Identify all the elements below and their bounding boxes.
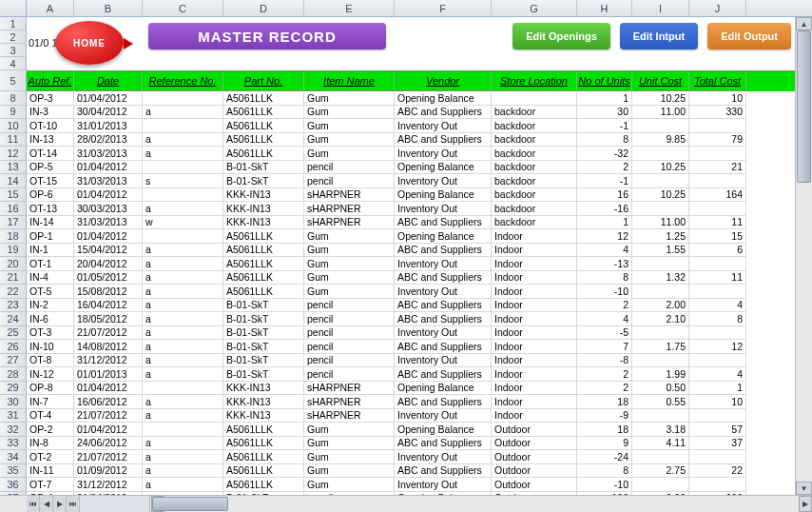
cell[interactable]: backdoor xyxy=(492,147,577,161)
cell[interactable]: 1 xyxy=(689,382,746,396)
cell[interactable]: Inventory Out xyxy=(395,147,492,161)
cell[interactable]: A5061LLK xyxy=(223,133,304,148)
cell[interactable]: sHARPNER xyxy=(304,202,395,216)
cell[interactable]: 01/05/2012 xyxy=(74,271,143,286)
cell[interactable]: backdoor xyxy=(492,161,577,175)
cell[interactable]: OP-3 xyxy=(27,91,74,106)
cell[interactable]: 1.32 xyxy=(632,271,689,286)
table-row[interactable]: OT-221/07/2012aA5061LLKGumInventory OutO… xyxy=(27,450,795,464)
column-header[interactable]: I xyxy=(632,0,689,16)
row-header[interactable]: 27 xyxy=(0,354,27,368)
cell[interactable]: Opening Balance xyxy=(395,382,492,396)
row-header[interactable]: 30 xyxy=(0,395,27,409)
table-row[interactable]: IN-716/06/2012aKKK-IN13sHARPNERABC and S… xyxy=(27,395,795,409)
row-header[interactable]: 5 xyxy=(0,70,27,91)
cell[interactable]: Indoor xyxy=(492,395,577,409)
cell[interactable]: backdoor xyxy=(492,202,577,216)
cell[interactable]: 12 xyxy=(577,229,632,244)
cell[interactable]: 4 xyxy=(689,299,746,313)
cell[interactable]: 31/03/2013 xyxy=(74,174,143,188)
cell[interactable]: ABC and Suppliers xyxy=(395,312,492,326)
cell[interactable]: IN-13 xyxy=(27,133,74,148)
row-header[interactable]: 15 xyxy=(0,188,27,203)
cell[interactable]: Indoor xyxy=(492,409,577,423)
cell[interactable]: OT-7 xyxy=(27,478,74,492)
cell[interactable]: 4 xyxy=(689,367,746,382)
cell[interactable]: 30/04/2012 xyxy=(74,106,143,120)
cell[interactable]: 01/04/2012 xyxy=(74,161,143,175)
cell[interactable]: A5061LLK xyxy=(223,423,304,437)
cell[interactable]: 01/01/2013 xyxy=(74,367,143,382)
cell[interactable]: B-01-SkT xyxy=(223,354,304,368)
cell[interactable]: 164 xyxy=(689,188,746,203)
cell[interactable]: a xyxy=(143,202,223,216)
cell[interactable]: 6 xyxy=(689,244,746,258)
cell[interactable]: sHARPNER xyxy=(304,395,395,409)
cell[interactable]: Indoor xyxy=(492,271,577,286)
tab-next-icon[interactable]: ▶ xyxy=(53,496,67,512)
cell[interactable]: a xyxy=(143,450,223,464)
cell[interactable]: 2.10 xyxy=(632,312,689,326)
cell[interactable]: Inventory Out xyxy=(395,257,492,271)
cell[interactable]: Indoor xyxy=(492,340,577,354)
cell[interactable] xyxy=(689,326,746,341)
cell[interactable]: Gum xyxy=(304,464,395,479)
cell[interactable]: Opening Balance xyxy=(395,229,492,244)
cell[interactable]: Indoor xyxy=(492,326,577,341)
cell[interactable]: B-01-SkT xyxy=(223,299,304,313)
column-label[interactable]: Reference No. xyxy=(143,71,223,91)
vertical-scroll-thumb[interactable] xyxy=(797,30,811,183)
cell[interactable]: 11 xyxy=(689,271,746,286)
row-header[interactable]: 36 xyxy=(0,478,27,492)
cell[interactable]: 15 xyxy=(689,229,746,244)
cell[interactable]: Indoor xyxy=(492,382,577,396)
cell[interactable]: IN-2 xyxy=(27,299,74,313)
table-row[interactable]: OP-801/04/2012KKK-IN13sHARPNEROpening Ba… xyxy=(27,382,795,396)
cell[interactable]: IN-10 xyxy=(27,340,74,354)
cell[interactable]: 10.25 xyxy=(632,161,689,175)
cell[interactable]: -10 xyxy=(577,285,632,299)
cell[interactable] xyxy=(143,229,223,244)
cell[interactable]: a xyxy=(143,354,223,368)
cell[interactable]: Gum xyxy=(304,423,395,437)
cell[interactable]: Indoor xyxy=(492,299,577,313)
column-label[interactable]: Store Location xyxy=(492,71,577,91)
cell[interactable]: Inventory Out xyxy=(395,202,492,216)
cell[interactable]: 31/03/2013 xyxy=(74,147,143,161)
cell[interactable]: OT-2 xyxy=(27,450,74,464)
cell[interactable]: 2.00 xyxy=(632,299,689,313)
cell[interactable]: Gum xyxy=(304,229,395,244)
cell[interactable]: s xyxy=(143,174,223,188)
cell[interactable]: A5061LLK xyxy=(223,119,304,133)
cell[interactable]: Inventory Out xyxy=(395,478,492,492)
column-header[interactable]: E xyxy=(304,0,395,16)
cell[interactable]: 31/12/2012 xyxy=(74,354,143,368)
home-button[interactable]: HOME xyxy=(55,21,124,65)
cell[interactable]: -32 xyxy=(577,147,632,161)
cell[interactable]: pencil xyxy=(304,312,395,326)
cell[interactable]: 31/01/2013 xyxy=(74,119,143,133)
cell[interactable]: 18/05/2012 xyxy=(74,312,143,326)
cell[interactable]: Opening Balance xyxy=(395,423,492,437)
cell[interactable] xyxy=(632,119,689,133)
cell[interactable] xyxy=(632,285,689,299)
cell[interactable] xyxy=(632,409,689,423)
table-row[interactable]: IN-1101/09/2012aA5061LLKGumABC and Suppl… xyxy=(27,464,795,479)
cell[interactable] xyxy=(143,161,223,175)
cell[interactable]: pencil xyxy=(304,367,395,382)
cell[interactable]: a xyxy=(143,367,223,382)
column-label[interactable]: Date xyxy=(74,71,143,91)
row-header[interactable]: 35 xyxy=(0,464,27,479)
cell[interactable]: 4.11 xyxy=(632,437,689,451)
column-label[interactable]: Part No. xyxy=(223,71,304,91)
cell[interactable]: IN-8 xyxy=(27,437,74,451)
cell[interactable]: 2 xyxy=(577,299,632,313)
cell[interactable] xyxy=(632,478,689,492)
cell[interactable]: ABC and Suppliers xyxy=(395,437,492,451)
cell[interactable]: IN-14 xyxy=(27,216,74,230)
cell[interactable]: Inventory Out xyxy=(395,354,492,368)
table-row[interactable]: IN-1014/08/2012aB-01-SkTpencilABC and Su… xyxy=(27,340,795,354)
row-header[interactable]: 4 xyxy=(0,57,27,70)
cell[interactable] xyxy=(689,478,746,492)
cell[interactable]: ABC and Suppliers xyxy=(395,133,492,148)
